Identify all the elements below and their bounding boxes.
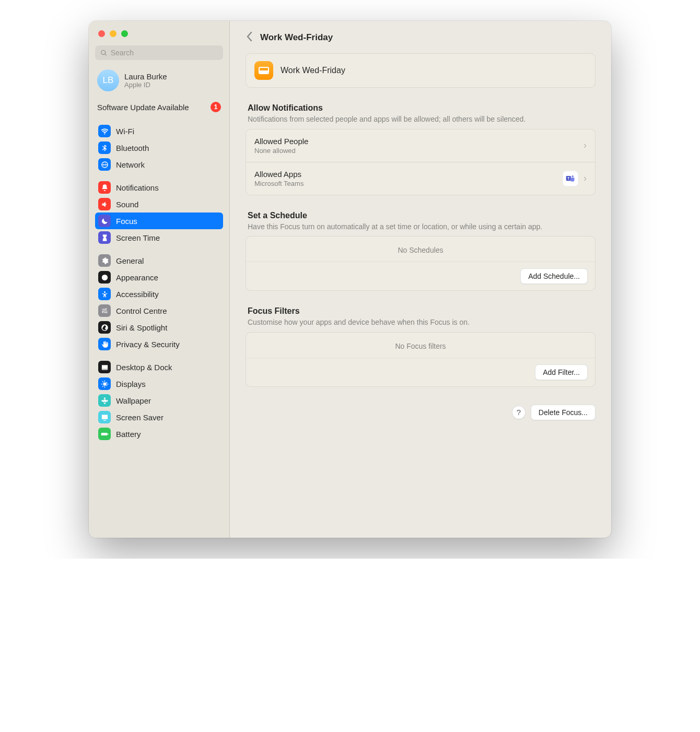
footer-actions: ? Delete Focus...	[246, 403, 596, 420]
bell-icon	[98, 181, 111, 194]
sidebar: LB Laura Burke Apple ID Software Update …	[89, 21, 230, 538]
siri-icon	[98, 321, 111, 334]
sidebar-item-label: Displays	[116, 380, 146, 388]
sidebar-item-network[interactable]: Network	[95, 156, 223, 173]
schedule-desc: Have this Focus turn on automatically at…	[248, 222, 593, 232]
sidebar-item-label: Sound	[116, 200, 138, 209]
sidebar-item-control-centre[interactable]: Control Centre	[95, 302, 223, 319]
wifi-icon	[98, 125, 111, 137]
software-update-badge: 1	[211, 102, 221, 112]
focus-name-label: Work Wed-Friday	[281, 66, 345, 75]
back-button[interactable]	[246, 31, 253, 44]
focus-name-card[interactable]: Work Wed-Friday	[246, 53, 596, 88]
microsoft-teams-icon: T	[563, 171, 578, 186]
dock-icon	[98, 361, 111, 373]
help-button[interactable]: ?	[512, 406, 526, 419]
sidebar-item-label: Screen Time	[116, 233, 160, 242]
sun-icon	[98, 377, 111, 390]
sidebar-item-general[interactable]: General	[95, 252, 223, 269]
allowed-apps-sub: Microsoft Teams	[254, 180, 304, 187]
schedule-empty: No Schedules	[246, 237, 595, 262]
main-pane: Work Wed-Friday Work Wed-Friday Allow No…	[230, 21, 611, 538]
sidebar-item-sound[interactable]: Sound	[95, 196, 223, 212]
allowed-people-row[interactable]: Allowed People None allowed ›	[246, 129, 595, 162]
sidebar-item-label: Accessibility	[116, 290, 159, 299]
filters-header: Focus Filters Customise how your apps an…	[246, 306, 596, 332]
sidebar-item-label: Wallpaper	[116, 396, 151, 405]
window-controls	[95, 26, 223, 45]
page-title: Work Wed-Friday	[260, 32, 333, 43]
filters-empty: No Focus filters	[246, 333, 595, 358]
sidebar-item-wallpaper[interactable]: Wallpaper	[95, 392, 223, 409]
sidebar-item-label: Bluetooth	[116, 144, 149, 152]
sidebar-item-notifications[interactable]: Notifications	[95, 179, 223, 196]
bluetooth-icon	[98, 141, 111, 154]
sidebar-item-wi-fi[interactable]: Wi-Fi	[95, 123, 223, 139]
notifications-header: Allow Notifications Notifications from s…	[246, 103, 596, 129]
sidebar-group-attn: NotificationsSoundFocusScreen Time	[95, 179, 223, 246]
sidebar-item-screen-saver[interactable]: Screen Saver	[95, 409, 223, 426]
delete-focus-button[interactable]: Delete Focus...	[531, 405, 596, 420]
sidebar-item-label: Control Centre	[116, 306, 167, 315]
minimize-window-button[interactable]	[110, 30, 116, 37]
hand-icon	[98, 338, 111, 350]
sidebar-group-general: GeneralAppearanceAccessibilityControl Ce…	[95, 252, 223, 352]
settings-window: LB Laura Burke Apple ID Software Update …	[89, 21, 611, 538]
appearance-icon	[98, 271, 111, 284]
allowed-people-title: Allowed People	[254, 137, 308, 146]
schedule-title: Set a Schedule	[248, 211, 593, 220]
sidebar-item-label: Screen Saver	[116, 413, 164, 422]
chevron-left-icon	[246, 31, 253, 42]
filters-box: No Focus filters Add Filter...	[246, 332, 596, 387]
accessibility-icon	[98, 288, 111, 300]
allowed-people-sub: None allowed	[254, 147, 308, 155]
sidebar-item-siri-spotlight[interactable]: Siri & Spotlight	[95, 319, 223, 336]
account-row[interactable]: LB Laura Burke Apple ID	[95, 67, 223, 99]
sidebar-item-accessibility[interactable]: Accessibility	[95, 286, 223, 302]
schedule-box: No Schedules Add Schedule...	[246, 236, 596, 291]
sidebar-item-displays[interactable]: Displays	[95, 375, 223, 392]
sidebar-item-label: Battery	[116, 430, 141, 439]
chevron-right-icon: ›	[584, 140, 587, 151]
zoom-window-button[interactable]	[121, 30, 128, 37]
allowed-apps-title: Allowed Apps	[254, 170, 304, 179]
flower-icon	[98, 394, 111, 407]
schedule-header: Set a Schedule Have this Focus turn on a…	[246, 211, 596, 237]
add-filter-button[interactable]: Add Filter...	[535, 364, 588, 380]
sidebar-item-desktop-dock[interactable]: Desktop & Dock	[95, 359, 223, 375]
account-name: Laura Burke	[124, 72, 167, 81]
filters-title: Focus Filters	[248, 306, 593, 316]
sidebar-item-label: General	[116, 256, 144, 265]
sidebar-item-screen-time[interactable]: Screen Time	[95, 229, 223, 246]
software-update-label: Software Update Available	[97, 103, 189, 112]
close-window-button[interactable]	[98, 30, 105, 37]
avatar: LB	[97, 69, 119, 91]
notifications-title: Allow Notifications	[248, 103, 593, 113]
notifications-desc: Notifications from selected people and a…	[248, 114, 593, 125]
svg-text:T: T	[567, 176, 569, 180]
sidebar-group-network: Wi-FiBluetoothNetwork	[95, 123, 223, 173]
sidebar-item-bluetooth[interactable]: Bluetooth	[95, 139, 223, 156]
sidebar-item-label: Notifications	[116, 183, 159, 192]
search-input[interactable]	[111, 49, 218, 57]
add-schedule-button[interactable]: Add Schedule...	[520, 268, 588, 284]
sidebar-item-appearance[interactable]: Appearance	[95, 269, 223, 286]
search-field[interactable]	[95, 45, 223, 60]
screensaver-icon	[98, 411, 111, 423]
chevron-right-icon: ›	[584, 173, 587, 184]
sidebar-item-label: Network	[116, 160, 145, 169]
sidebar-item-label: Privacy & Security	[116, 340, 180, 349]
speaker-icon	[98, 198, 111, 210]
sidebar-item-focus[interactable]: Focus	[95, 212, 223, 229]
sidebar-item-battery[interactable]: Battery	[95, 426, 223, 442]
filters-desc: Customise how your apps and device behav…	[248, 317, 593, 328]
sidebar-item-label: Wi-Fi	[116, 127, 134, 136]
sidebar-group-display: Desktop & DockDisplaysWallpaperScreen Sa…	[95, 359, 223, 442]
account-sub: Apple ID	[124, 81, 167, 89]
globe-icon	[98, 158, 111, 171]
sidebar-item-label: Desktop & Dock	[116, 363, 172, 372]
software-update-row[interactable]: Software Update Available 1	[95, 99, 223, 120]
sidebar-item-privacy-security[interactable]: Privacy & Security	[95, 336, 223, 352]
sidebar-item-label: Siri & Spotlight	[116, 323, 167, 332]
allowed-apps-row[interactable]: Allowed Apps Microsoft Teams T ›	[246, 162, 595, 195]
